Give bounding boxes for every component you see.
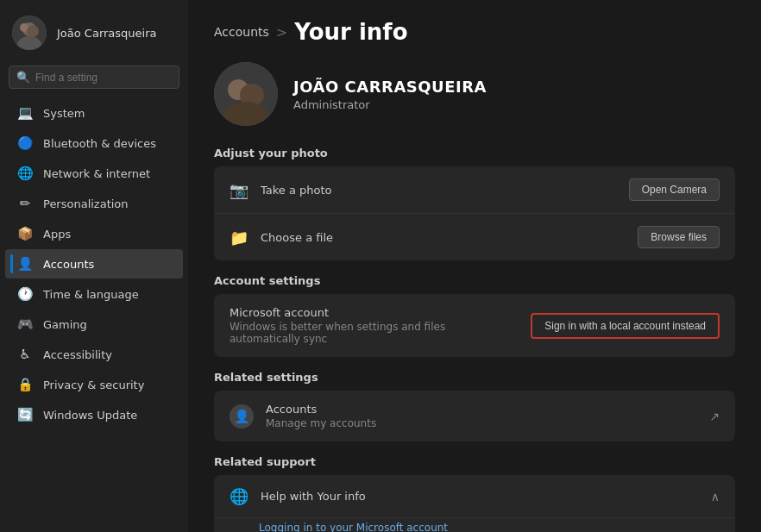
- breadcrumb-separator: >: [276, 24, 287, 41]
- account-settings-card: Microsoft account Windows is better when…: [214, 294, 735, 357]
- browse-files-action: Browse files: [638, 226, 720, 248]
- nav-list: 💻 System 🔵 Bluetooth & devices 🌐 Network…: [0, 97, 188, 532]
- related-accounts-row[interactable]: 👤 Accounts Manage my accounts ↗: [214, 391, 735, 441]
- sidebar-item-label: Apps: [43, 228, 71, 241]
- related-accounts-icon: 👤: [230, 404, 254, 429]
- system-icon: 💻: [17, 105, 33, 121]
- microsoft-account-row: Microsoft account Windows is better when…: [214, 294, 735, 357]
- microsoft-account-info: Microsoft account Windows is better when…: [230, 306, 519, 345]
- sidebar-item-label: Bluetooth & devices: [43, 137, 156, 150]
- bluetooth-icon: 🔵: [17, 135, 33, 151]
- sidebar-item-label: Privacy & security: [43, 379, 144, 391]
- support-links: Logging in to your Microsoft account Cre…: [214, 518, 735, 532]
- sidebar-item-label: Time & language: [43, 288, 139, 301]
- app-container: João Carrasqueira 🔍 💻 System 🔵 Bluetooth…: [0, 0, 761, 532]
- user-profile: João Carrasqueira: [0, 7, 188, 62]
- sidebar-item-privacy[interactable]: 🔒 Privacy & security: [5, 370, 183, 399]
- related-support-card: 🌐 Help with Your info ∧ Logging in to yo…: [214, 475, 735, 532]
- folder-icon: 📁: [230, 228, 248, 247]
- browse-files-button[interactable]: Browse files: [638, 226, 720, 248]
- related-accounts-info: Accounts Manage my accounts: [266, 403, 697, 429]
- sidebar-item-apps[interactable]: 📦 Apps: [5, 219, 183, 248]
- sidebar-item-bluetooth[interactable]: 🔵 Bluetooth & devices: [5, 128, 183, 158]
- logging-in-link[interactable]: Logging in to your Microsoft account: [259, 522, 720, 532]
- sidebar-item-update[interactable]: 🔄 Windows Update: [5, 400, 183, 429]
- sidebar-item-accessibility[interactable]: ♿ Accessibility: [5, 340, 183, 369]
- help-your-info-row[interactable]: 🌐 Help with Your info ∧: [214, 475, 735, 518]
- related-settings-label: Related settings: [214, 371, 735, 384]
- sidebar-item-label: Accounts: [43, 258, 94, 271]
- sidebar-item-network[interactable]: 🌐 Network & internet: [5, 159, 183, 188]
- main-content: Accounts > Your info JOÃO CARRASQUEIRA A…: [188, 0, 761, 532]
- adjust-photo-card: 📷 Take a photo Open Camera 📁 Choose a fi…: [214, 166, 735, 260]
- adjust-photo-label: Adjust your photo: [214, 147, 735, 160]
- sign-in-local-button[interactable]: Sign in with a local account instead: [531, 313, 720, 339]
- search-box[interactable]: 🔍: [9, 66, 179, 89]
- related-settings-card: 👤 Accounts Manage my accounts ↗: [214, 391, 735, 441]
- sidebar-item-label: Personalization: [43, 197, 129, 210]
- external-link-icon: ↗: [709, 410, 720, 423]
- apps-icon: 📦: [17, 226, 33, 241]
- gaming-icon: 🎮: [17, 316, 33, 332]
- user-info: João Carrasqueira: [57, 27, 157, 40]
- search-icon: 🔍: [16, 71, 30, 84]
- open-camera-action: Open Camera: [629, 178, 720, 201]
- take-photo-label: Take a photo: [261, 184, 617, 197]
- chevron-up-icon: ∧: [711, 490, 720, 504]
- network-icon: 🌐: [17, 166, 33, 181]
- account-settings-label: Account settings: [214, 274, 735, 287]
- sidebar-item-system[interactable]: 💻 System: [5, 98, 183, 128]
- profile-name: JOÃO CARRASQUEIRA: [293, 78, 487, 96]
- camera-icon: 📷: [230, 181, 248, 199]
- sidebar: João Carrasqueira 🔍 💻 System 🔵 Bluetooth…: [0, 0, 188, 532]
- page-title: Your info: [294, 19, 407, 45]
- profile-role: Administrator: [293, 98, 487, 111]
- take-photo-row: 📷 Take a photo Open Camera: [214, 166, 735, 214]
- microsoft-account-title: Microsoft account: [230, 306, 519, 319]
- globe-icon: 🌐: [230, 487, 248, 505]
- accounts-icon: 👤: [17, 256, 33, 272]
- avatar: [12, 16, 47, 50]
- open-camera-button[interactable]: Open Camera: [629, 178, 720, 201]
- personalization-icon: ✏️: [17, 196, 33, 211]
- related-accounts-sub: Manage my accounts: [266, 417, 697, 429]
- sidebar-item-time[interactable]: 🕐 Time & language: [5, 279, 183, 309]
- breadcrumb-parent[interactable]: Accounts: [214, 25, 269, 39]
- time-icon: 🕐: [17, 286, 33, 302]
- user-name: João Carrasqueira: [57, 27, 157, 40]
- profile-info: JOÃO CARRASQUEIRA Administrator: [293, 78, 487, 111]
- related-accounts-title: Accounts: [266, 403, 697, 416]
- sidebar-item-personalization[interactable]: ✏️ Personalization: [5, 189, 183, 218]
- accessibility-icon: ♿: [17, 347, 33, 362]
- breadcrumb: Accounts > Your info: [214, 19, 735, 45]
- search-input[interactable]: [35, 72, 172, 84]
- svg-point-4: [27, 25, 39, 37]
- sidebar-item-label: System: [43, 107, 85, 120]
- help-label: Help with Your info: [261, 490, 699, 503]
- related-support-label: Related support: [214, 455, 735, 468]
- update-icon: 🔄: [17, 407, 33, 422]
- sidebar-item-label: Gaming: [43, 318, 87, 331]
- microsoft-account-sub: Windows is better when settings and file…: [230, 321, 519, 345]
- privacy-icon: 🔒: [17, 377, 33, 392]
- sidebar-item-label: Accessibility: [43, 348, 112, 361]
- sidebar-item-label: Network & internet: [43, 167, 150, 180]
- profile-avatar: [214, 62, 278, 126]
- choose-file-row: 📁 Choose a file Browse files: [214, 214, 735, 260]
- profile-header: JOÃO CARRASQUEIRA Administrator: [214, 62, 735, 126]
- sidebar-item-gaming[interactable]: 🎮 Gaming: [5, 310, 183, 339]
- choose-file-label: Choose a file: [261, 231, 626, 244]
- sidebar-item-label: Windows Update: [43, 409, 137, 422]
- sidebar-item-accounts[interactable]: 👤 Accounts: [5, 249, 183, 279]
